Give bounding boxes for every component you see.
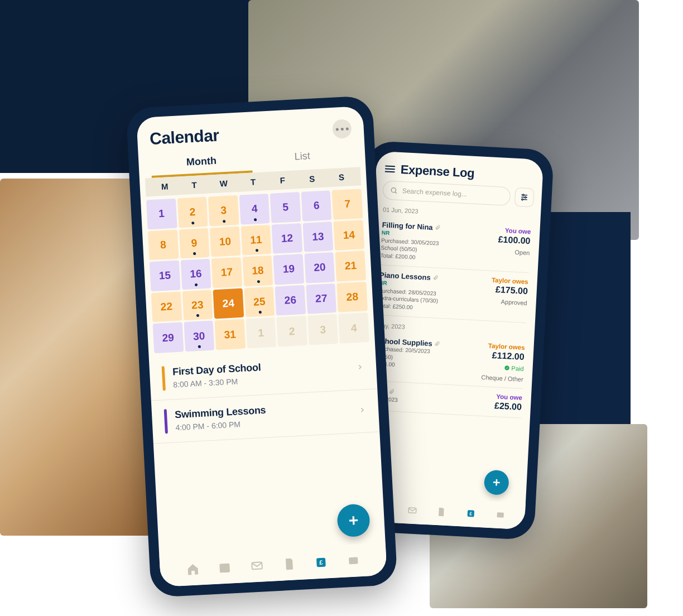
- calendar-day[interactable]: 26: [275, 285, 306, 316]
- calendar-day[interactable]: 23: [182, 290, 213, 320]
- calendar-grid: 1234567891011121314151617181920212223242…: [146, 189, 369, 353]
- nav-doc-icon[interactable]: [281, 556, 297, 572]
- sliders-icon: [520, 192, 529, 202]
- svg-point-7: [522, 199, 523, 200]
- nav-card-icon[interactable]: [494, 509, 506, 521]
- calendar-day[interactable]: 30: [184, 321, 214, 352]
- paperclip-icon: [435, 223, 441, 232]
- calendar-day[interactable]: 4: [339, 312, 369, 343]
- calendar-day[interactable]: 12: [272, 223, 302, 254]
- calendar-day[interactable]: 7: [332, 189, 363, 219]
- calendar-day[interactable]: 21: [335, 251, 366, 281]
- plus-icon: [346, 513, 361, 528]
- calendar-day[interactable]: 1: [146, 199, 177, 229]
- calendar-day[interactable]: 27: [306, 283, 336, 314]
- event-color-bar: [162, 366, 166, 391]
- dow-cell: T: [238, 176, 268, 187]
- calendar-day[interactable]: 29: [153, 323, 184, 353]
- expense-amount: £25.00: [474, 400, 522, 412]
- svg-point-5: [522, 194, 524, 196]
- svg-rect-16: [497, 512, 503, 518]
- svg-text:£: £: [469, 511, 472, 516]
- calendar-day[interactable]: 19: [273, 254, 304, 285]
- calendar-day[interactable]: 6: [301, 190, 331, 221]
- calendar-day[interactable]: 16: [180, 259, 211, 290]
- calendar-day[interactable]: 24: [213, 288, 244, 319]
- calendar-title: Calendar: [149, 126, 219, 148]
- svg-point-0: [391, 187, 396, 192]
- dow-cell: S: [297, 174, 327, 185]
- calendar-day[interactable]: 2: [177, 197, 208, 228]
- expense-entry[interactable]: Piano Lessons NR Purchased: 28/05/2023 E…: [377, 265, 528, 323]
- svg-line-10: [493, 482, 500, 483]
- dow-cell: F: [267, 175, 297, 186]
- event-color-bar: [164, 409, 168, 434]
- calendar-day[interactable]: 4: [239, 194, 270, 224]
- svg-line-18: [349, 520, 358, 521]
- svg-rect-19: [220, 564, 230, 573]
- expense-title: Expense Log: [400, 162, 475, 181]
- svg-line-1: [395, 192, 397, 194]
- nav-mail-icon[interactable]: [406, 504, 418, 516]
- calendar-day[interactable]: 20: [304, 252, 335, 283]
- dow-cell: M: [150, 181, 180, 192]
- svg-point-6: [525, 196, 526, 198]
- calendar-day[interactable]: 14: [334, 220, 364, 251]
- nav-card-icon[interactable]: [345, 552, 362, 569]
- paperclip-icon: [432, 273, 439, 282]
- phone-calendar: Calendar Month List MTWTFSS 123456789101…: [126, 95, 397, 598]
- dow-cell: T: [179, 180, 209, 191]
- dow-cell: S: [326, 172, 357, 183]
- expense-amount: £175.00: [479, 284, 528, 296]
- dow-cell: W: [209, 178, 239, 189]
- nav-pound-icon[interactable]: £: [313, 554, 329, 570]
- more-button[interactable]: [332, 119, 352, 139]
- expense-status: Open: [482, 247, 530, 256]
- chevron-right-icon: [358, 406, 367, 416]
- paperclip-icon: [434, 340, 440, 349]
- calendar-day[interactable]: 25: [244, 287, 275, 317]
- calendar-day[interactable]: 13: [302, 222, 333, 252]
- calendar-day[interactable]: 18: [242, 256, 273, 286]
- svg-rect-23: [349, 557, 358, 565]
- calendar-day[interactable]: 9: [179, 228, 209, 258]
- calendar-day[interactable]: 31: [215, 319, 246, 350]
- calendar-day[interactable]: 11: [241, 224, 271, 255]
- ellipsis-icon: [335, 127, 348, 131]
- svg-text:£: £: [319, 559, 323, 566]
- expense-entry[interactable]: Filling for Nina NR Purchased: 30/05/202…: [380, 215, 531, 273]
- nav-pound-icon[interactable]: £: [465, 508, 477, 519]
- calendar-day[interactable]: 8: [148, 229, 179, 260]
- nav-calendar-icon[interactable]: [217, 559, 233, 575]
- nav-home-icon[interactable]: [185, 561, 201, 577]
- paid-badge: Paid: [504, 364, 524, 372]
- calendar-day[interactable]: 1: [246, 317, 276, 348]
- calendar-day[interactable]: 17: [211, 257, 242, 288]
- calendar-day[interactable]: 3: [307, 314, 338, 345]
- plus-icon: [490, 477, 502, 488]
- filter-button[interactable]: [514, 187, 535, 208]
- calendar-day[interactable]: 28: [337, 282, 368, 312]
- calendar-day[interactable]: 22: [151, 291, 182, 322]
- svg-point-8: [504, 365, 509, 370]
- expense-amount: £112.00: [476, 349, 525, 362]
- paperclip-icon: [388, 387, 395, 396]
- chevron-right-icon: [356, 363, 364, 373]
- search-icon: [390, 186, 398, 195]
- calendar-day[interactable]: 3: [208, 195, 239, 226]
- nav-mail-icon[interactable]: [249, 557, 265, 574]
- nav-doc-icon[interactable]: [436, 506, 448, 518]
- payment-method: Cheque / Other: [475, 373, 523, 382]
- calendar-day[interactable]: 15: [150, 261, 180, 291]
- expense-entry[interactable]: School Supplies Purchased: 20/5/2023 (50…: [374, 331, 525, 389]
- calendar-day[interactable]: 10: [210, 226, 241, 257]
- add-expense-fab[interactable]: [484, 470, 509, 495]
- expense-amount: £100.00: [482, 234, 531, 246]
- expense-status: Approved: [479, 297, 527, 306]
- search-placeholder: Search expense log...: [402, 187, 468, 198]
- calendar-day[interactable]: 2: [277, 316, 307, 346]
- hamburger-menu-icon[interactable]: [385, 165, 396, 172]
- calendar-day[interactable]: 5: [270, 192, 301, 223]
